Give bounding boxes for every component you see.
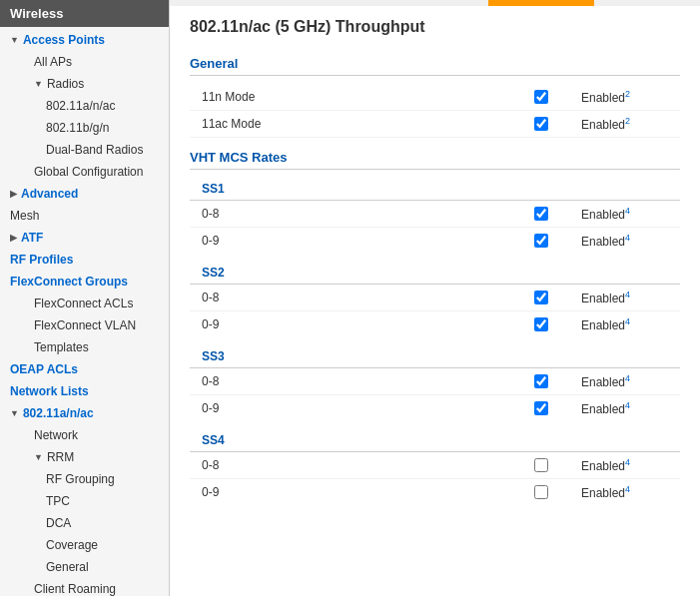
triangle-icon-rrm <box>34 452 43 462</box>
value-ss4-0-8: Enabled4 <box>581 457 630 473</box>
sidebar-item-80211anac[interactable]: 802.11a/n/ac <box>0 402 169 424</box>
sidebar-item-all-aps[interactable]: All APs <box>0 51 169 73</box>
sidebar-item-dca[interactable]: DCA <box>0 512 169 534</box>
sidebar-item-access-points[interactable]: Access Points <box>0 29 169 51</box>
sidebar-item-general-rrm[interactable]: General <box>0 556 169 578</box>
label-ss2-0-8: 0-8 <box>202 291 521 304</box>
row-ss2-0-8: 0-8Enabled4 <box>190 285 680 311</box>
sidebar-item-flexconnect-groups[interactable]: FlexConnect Groups <box>0 271 169 293</box>
general-section-title: General <box>190 56 680 76</box>
sidebar-item-dual-band[interactable]: Dual-Band Radios <box>0 139 169 161</box>
label-11n-mode: 11n Mode <box>202 90 521 104</box>
label-ss3-0-9: 0-9 <box>202 401 521 415</box>
value-ss4-0-9: Enabled4 <box>581 484 630 500</box>
sidebar-item-network[interactable]: Network <box>0 424 169 446</box>
page-title: 802.11n/ac (5 GHz) Throughput <box>190 18 680 40</box>
value-ss1-0-8: Enabled4 <box>581 206 630 222</box>
value-ss1-0-9: Enabled4 <box>581 233 630 249</box>
sidebar-item-rrm[interactable]: RRM <box>0 446 169 468</box>
value-ss3-0-8: Enabled4 <box>581 373 630 389</box>
sidebar-item-global-config[interactable]: Global Configuration <box>0 161 169 183</box>
label-11ac-mode: 11ac Mode <box>202 117 521 131</box>
sidebar-item-client-roaming[interactable]: Client Roaming <box>0 578 169 596</box>
label-ss4-0-9: 0-9 <box>202 485 521 499</box>
checkbox-11ac-mode[interactable] <box>521 117 561 131</box>
value-11n-mode: Enabled2 <box>581 89 630 105</box>
row-11n-mode: 11n Mode Enabled2 <box>190 84 680 111</box>
checkbox-input-ss1-0-8[interactable] <box>534 207 548 221</box>
checkbox-ss1-0-8[interactable] <box>521 207 561 221</box>
triangle-icon-atf <box>10 233 17 243</box>
checkbox-11n-mode[interactable] <box>521 90 561 104</box>
row-ss1-0-9: 0-9Enabled4 <box>190 228 680 254</box>
sidebar-item-radio-80211anac[interactable]: 802.11a/n/ac <box>0 95 169 117</box>
sidebar-item-advanced[interactable]: Advanced <box>0 183 169 205</box>
row-ss4-0-8: 0-8Enabled4 <box>190 452 680 479</box>
checkbox-ss3-0-9[interactable] <box>521 401 561 415</box>
main-content: 802.11n/ac (5 GHz) Throughput General 11… <box>170 0 700 596</box>
checkbox-ss2-0-9[interactable] <box>521 317 561 331</box>
sidebar-item-flexconnect-vlan[interactable]: FlexConnect VLAN <box>0 314 169 336</box>
triangle-icon-80211anac <box>10 408 19 418</box>
checkbox-input-ss2-0-8[interactable] <box>534 291 548 304</box>
sidebar-item-radios[interactable]: Radios <box>0 73 169 95</box>
row-ss3-0-8: 0-8Enabled4 <box>190 368 680 395</box>
sidebar: Wireless Access Points All APs Radios 80… <box>0 0 170 596</box>
value-ss2-0-9: Enabled4 <box>581 316 630 332</box>
checkbox-input-11ac[interactable] <box>534 117 548 131</box>
label-ss1-0-9: 0-9 <box>202 234 521 248</box>
row-ss4-0-9: 0-9Enabled4 <box>190 479 680 505</box>
checkbox-input-ss3-0-9[interactable] <box>534 401 548 415</box>
label-ss4-0-8: 0-8 <box>202 458 521 472</box>
ss-group-ss3: SS30-8Enabled40-9Enabled4 <box>190 345 680 421</box>
ss-label-ss1: SS1 <box>190 178 680 201</box>
ss-groups-container: SS10-8Enabled40-9Enabled4SS20-8Enabled40… <box>190 178 680 505</box>
sidebar-item-radio-80211bgn[interactable]: 802.11b/g/n <box>0 117 169 139</box>
triangle-icon-access-points <box>10 35 19 45</box>
checkbox-input-ss2-0-9[interactable] <box>534 317 548 331</box>
ss-label-ss2: SS2 <box>190 262 680 285</box>
label-ss3-0-8: 0-8 <box>202 374 521 388</box>
sidebar-item-rf-grouping[interactable]: RF Grouping <box>0 468 169 490</box>
checkbox-input-ss1-0-9[interactable] <box>534 234 548 248</box>
row-11ac-mode: 11ac Mode Enabled2 <box>190 111 680 138</box>
triangle-icon-radios <box>34 79 43 89</box>
value-ss3-0-9: Enabled4 <box>581 400 630 416</box>
ss-label-ss4: SS4 <box>190 429 680 452</box>
sidebar-item-network-lists[interactable]: Network Lists <box>0 380 169 402</box>
value-11ac-mode: Enabled2 <box>581 116 630 132</box>
vht-section-title: VHT MCS Rates <box>190 150 680 170</box>
checkbox-input-ss4-0-9[interactable] <box>534 485 548 499</box>
checkbox-input-ss3-0-8[interactable] <box>534 374 548 388</box>
sidebar-item-tpc[interactable]: TPC <box>0 490 169 512</box>
sidebar-item-atf[interactable]: ATF <box>0 227 169 249</box>
checkbox-ss1-0-9[interactable] <box>521 234 561 248</box>
label-ss2-0-9: 0-9 <box>202 317 521 331</box>
checkbox-ss4-0-8[interactable] <box>521 458 561 472</box>
ss-group-ss4: SS40-8Enabled40-9Enabled4 <box>190 429 680 505</box>
row-ss2-0-9: 0-9Enabled4 <box>190 311 680 337</box>
sidebar-item-coverage[interactable]: Coverage <box>0 534 169 556</box>
triangle-icon-advanced <box>10 189 17 199</box>
row-ss1-0-8: 0-8Enabled4 <box>190 201 680 228</box>
sidebar-item-oeap-acls[interactable]: OEAP ACLs <box>0 358 169 380</box>
ss-label-ss3: SS3 <box>190 345 680 368</box>
row-ss3-0-9: 0-9Enabled4 <box>190 395 680 421</box>
sidebar-item-flexconnect-acls[interactable]: FlexConnect ACLs <box>0 293 169 314</box>
sidebar-item-templates[interactable]: Templates <box>0 336 169 358</box>
sidebar-section-main: Access Points All APs Radios 802.11a/n/a… <box>0 27 169 596</box>
content-area: 802.11n/ac (5 GHz) Throughput General 11… <box>170 6 700 521</box>
value-ss2-0-8: Enabled4 <box>581 290 630 305</box>
checkbox-input-ss4-0-8[interactable] <box>534 458 548 472</box>
sidebar-item-rf-profiles[interactable]: RF Profiles <box>0 249 169 271</box>
ss-group-ss1: SS10-8Enabled40-9Enabled4 <box>190 178 680 254</box>
ss-group-ss2: SS20-8Enabled40-9Enabled4 <box>190 262 680 337</box>
checkbox-input-11n[interactable] <box>534 90 548 104</box>
checkbox-ss2-0-8[interactable] <box>521 291 561 304</box>
label-ss1-0-8: 0-8 <box>202 207 521 221</box>
checkbox-ss3-0-8[interactable] <box>521 374 561 388</box>
checkbox-ss4-0-9[interactable] <box>521 485 561 499</box>
sidebar-item-mesh[interactable]: Mesh <box>0 205 169 227</box>
sidebar-header: Wireless <box>0 0 169 27</box>
